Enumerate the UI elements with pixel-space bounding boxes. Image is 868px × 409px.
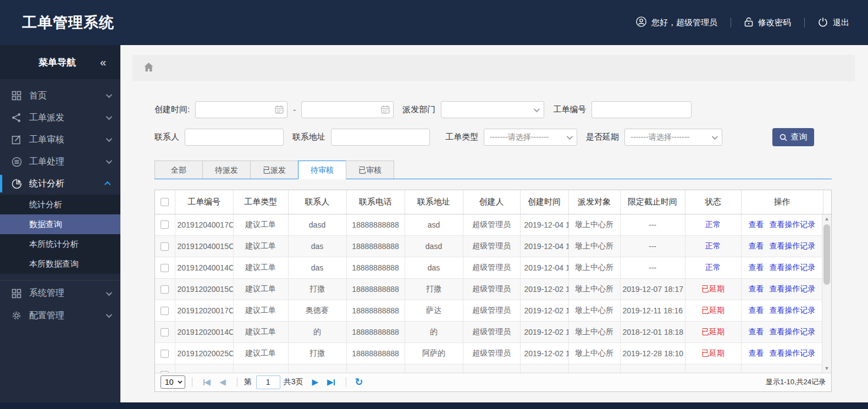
row-checkbox[interactable] [161, 350, 169, 358]
cell-order-no: 201912020017C [175, 300, 233, 322]
row-checkbox[interactable] [161, 220, 169, 229]
edit-icon [11, 134, 22, 145]
view-log-link[interactable]: 查看操作记录 [770, 327, 816, 336]
scroll-up-icon[interactable]: ▲ [822, 214, 831, 223]
sidebar-item-stats[interactable]: 统计分析 [0, 173, 120, 195]
cell-address: 阿萨的 [405, 343, 463, 364]
cell-status: 已延期 [685, 279, 741, 300]
change-password-button[interactable]: 修改密码 [744, 17, 791, 29]
tab-全部[interactable]: 全部 [154, 161, 203, 179]
cell-creator: 超级管理员 [463, 236, 520, 257]
tab-待派发[interactable]: 待派发 [202, 161, 251, 179]
refresh-icon[interactable]: ↻ [355, 376, 363, 388]
home-icon[interactable] [143, 62, 154, 74]
sidebar-subitem[interactable]: 数据查询 [0, 214, 120, 234]
search-button[interactable]: 查询 [772, 128, 814, 146]
created-time-end-input[interactable] [301, 101, 394, 118]
view-log-link[interactable]: 查看操作记录 [770, 220, 816, 229]
view-link[interactable]: 查看 [749, 263, 764, 272]
logout-button[interactable]: 退出 [818, 17, 849, 29]
sidebar-item-process[interactable]: 工单处理 [0, 151, 120, 173]
row-select-cell [155, 300, 175, 322]
row-checkbox[interactable] [161, 242, 169, 251]
row-checkbox[interactable] [161, 285, 169, 294]
sidebar-item-label: 配置管理 [29, 310, 106, 322]
scroll-down-icon[interactable]: ▼ [822, 364, 831, 373]
view-link[interactable]: 查看 [749, 284, 764, 293]
filter-row-1: 创建时间: - 派发部门 [154, 101, 832, 118]
cell-type: 建议工单 [233, 279, 288, 300]
vertical-scrollbar[interactable]: ▲ ▼ [822, 214, 831, 373]
created-time-start-input[interactable] [195, 101, 288, 118]
table-row-partial [155, 364, 823, 373]
tab-待审核[interactable]: 待审核 [298, 161, 346, 179]
bottom-strip [0, 402, 868, 409]
chevron-down-icon [534, 106, 540, 112]
empty-cell [685, 364, 741, 373]
order-no-input[interactable] [591, 101, 692, 118]
empty-cell [175, 364, 233, 373]
user-greeting[interactable]: 您好，超级管理员 [636, 16, 717, 29]
sidebar-item-dispatch[interactable]: 工单派发 [0, 107, 120, 129]
view-link[interactable]: 查看 [749, 306, 764, 314]
header-filler [823, 190, 832, 214]
view-log-link[interactable]: 查看操作记录 [770, 241, 816, 250]
empty-cell [520, 364, 568, 373]
date-separator: - [293, 105, 296, 114]
first-page-button[interactable]: ◀ [203, 377, 211, 387]
page-size-select[interactable]: 10 [161, 375, 185, 389]
user-greeting-label: 您好，超级管理员 [651, 18, 717, 28]
sidebar-item-label: 系统管理 [29, 288, 106, 299]
row-checkbox[interactable] [161, 328, 169, 336]
sidebar-item-config[interactable]: 配置管理 [0, 305, 120, 327]
view-link[interactable]: 查看 [749, 241, 764, 250]
contact-label: 联系人 [154, 132, 179, 142]
cell-contact: dasd [288, 214, 346, 236]
cell-target: 墩上中心所 [568, 343, 620, 364]
first-page-icon: ◀ [204, 377, 211, 387]
address-input[interactable] [331, 129, 430, 146]
view-link[interactable]: 查看 [749, 349, 764, 357]
cell-type: 建议工单 [233, 322, 288, 343]
view-log-link[interactable]: 查看操作记录 [770, 263, 816, 272]
cell-phone: 18888888888 [346, 300, 405, 322]
last-page-button[interactable]: ▶ [327, 377, 335, 387]
sidebar-item-home[interactable]: 首页 [0, 85, 120, 107]
row-select-cell [155, 279, 175, 300]
row-checkbox[interactable] [161, 371, 169, 373]
tab-已派发[interactable]: 已派发 [250, 161, 298, 179]
select-all-checkbox[interactable] [161, 198, 169, 206]
tab-已审核[interactable]: 已审核 [346, 161, 394, 179]
order-type-select[interactable]: -------请选择------- [484, 129, 577, 146]
cell-creator: 超级管理员 [463, 214, 520, 236]
delay-select[interactable]: -------请选择------- [624, 129, 722, 146]
next-page-button[interactable]: ▶ [312, 377, 318, 387]
sidebar-item-review[interactable]: 工单审核 [0, 129, 120, 151]
cell-created: 2019-12-04 15 [520, 257, 568, 279]
cell-target: 墩上中心所 [568, 214, 620, 236]
cell-target: 墩上中心所 [568, 236, 620, 257]
contact-input[interactable] [185, 129, 284, 146]
row-select-cell [155, 236, 175, 257]
view-link[interactable]: 查看 [749, 220, 764, 229]
empty-cell [741, 364, 823, 373]
sidebar-subitem[interactable]: 本所数据查询 [0, 254, 120, 274]
view-link[interactable]: 查看 [749, 327, 764, 336]
view-log-link[interactable]: 查看操作记录 [770, 306, 816, 314]
cell-phone: 18888888888 [346, 214, 405, 236]
empty-cell [568, 364, 620, 373]
sidebar-subitem[interactable]: 统计分析 [0, 195, 120, 214]
view-log-link[interactable]: 查看操作记录 [770, 349, 816, 357]
view-log-link[interactable]: 查看操作记录 [770, 284, 816, 293]
cell-actions: 查看查看操作记录 [741, 236, 823, 257]
sidebar-item-system[interactable]: 系统管理 [0, 280, 120, 305]
collapse-left-icon[interactable]: « [100, 56, 105, 69]
row-checkbox[interactable] [161, 307, 169, 315]
scrollbar-thumb[interactable] [823, 224, 830, 285]
sidebar-subitem[interactable]: 本所统计分析 [0, 234, 120, 254]
dispatch-dept-select[interactable] [441, 101, 544, 118]
database-icon [11, 156, 22, 167]
prev-page-button[interactable]: ◀ [219, 377, 226, 387]
row-checkbox[interactable] [161, 264, 169, 272]
current-page-input[interactable] [256, 375, 280, 389]
